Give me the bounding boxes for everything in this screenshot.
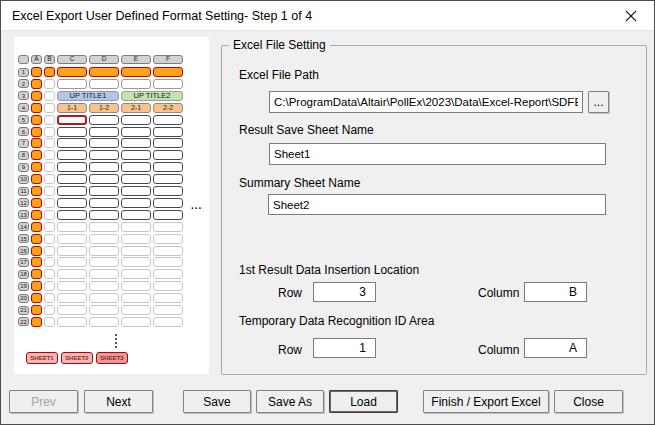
cell-D11[interactable]	[89, 186, 119, 196]
cell-B4[interactable]	[44, 103, 55, 113]
row-header-20[interactable]: 20	[18, 294, 29, 303]
column-header-D[interactable]: D	[89, 55, 119, 64]
cell-A10[interactable]	[31, 174, 42, 184]
cell-B20[interactable]	[44, 293, 55, 303]
cell-C14[interactable]	[57, 222, 87, 232]
cell-F9[interactable]	[153, 162, 183, 172]
cell-C21[interactable]	[57, 305, 87, 315]
cell-B6[interactable]	[44, 127, 55, 137]
cell-D15[interactable]	[89, 234, 119, 244]
cell-D8[interactable]	[89, 150, 119, 160]
cell-D1[interactable]	[89, 67, 119, 77]
cell-B1[interactable]	[44, 67, 55, 77]
cell-A14[interactable]	[31, 222, 42, 232]
cell-D7[interactable]	[89, 138, 119, 148]
cell-A12[interactable]	[31, 198, 42, 208]
cell-E13[interactable]	[121, 210, 151, 220]
cell-E12[interactable]	[121, 198, 151, 208]
cell-B3[interactable]	[44, 91, 55, 101]
cell-E22[interactable]	[121, 317, 151, 327]
cell-F8[interactable]	[153, 150, 183, 160]
load-button[interactable]: Load	[329, 390, 398, 413]
cell-A3[interactable]	[31, 91, 42, 101]
sub-title-cell-2-2[interactable]: 2-2	[153, 103, 183, 113]
cell-B2[interactable]	[44, 79, 55, 89]
row-header-7[interactable]: 7	[18, 139, 29, 148]
cell-C11[interactable]	[57, 186, 87, 196]
cell-E19[interactable]	[121, 281, 151, 291]
corner-header-cell[interactable]	[18, 55, 29, 64]
cell-D18[interactable]	[89, 269, 119, 279]
up-title1-cell[interactable]: UP TITLE1	[57, 91, 119, 101]
column-header-B[interactable]: B	[44, 55, 55, 64]
row-header-22[interactable]: 22	[18, 317, 29, 326]
cell-B8[interactable]	[44, 150, 55, 160]
row-header-15[interactable]: 15	[18, 234, 29, 243]
cell-C12[interactable]	[57, 198, 87, 208]
sheet-tab-sheet2[interactable]: SHEET2	[61, 352, 93, 364]
cell-F2[interactable]	[153, 79, 183, 89]
sheet-tab-sheet3[interactable]: SHEET3	[96, 352, 128, 364]
cell-F16[interactable]	[153, 246, 183, 256]
cell-D16[interactable]	[89, 246, 119, 256]
cell-D14[interactable]	[89, 222, 119, 232]
browse-button[interactable]: ...	[588, 91, 609, 113]
cell-F7[interactable]	[153, 138, 183, 148]
cell-E18[interactable]	[121, 269, 151, 279]
save-as-button[interactable]: Save As	[256, 390, 324, 413]
prev-button[interactable]: Prev	[9, 390, 78, 413]
row-header-1[interactable]: 1	[18, 68, 29, 77]
cell-F18[interactable]	[153, 269, 183, 279]
cell-E9[interactable]	[121, 162, 151, 172]
excel-file-path-input[interactable]	[269, 91, 583, 113]
row-header-13[interactable]: 13	[18, 210, 29, 219]
insertion-row-input[interactable]	[313, 282, 376, 302]
row-header-17[interactable]: 17	[18, 258, 29, 267]
row-header-6[interactable]: 6	[18, 127, 29, 136]
cell-B15[interactable]	[44, 234, 55, 244]
result-sheet-input[interactable]	[269, 143, 606, 165]
row-header-19[interactable]: 19	[18, 282, 29, 291]
cell-F17[interactable]	[153, 257, 183, 267]
cell-C18[interactable]	[57, 269, 87, 279]
cell-A5[interactable]	[31, 115, 42, 125]
cell-A2[interactable]	[31, 79, 42, 89]
cell-B19[interactable]	[44, 281, 55, 291]
sheet-tab-sheet1[interactable]: SHEET1	[26, 352, 58, 364]
cell-B18[interactable]	[44, 269, 55, 279]
cell-C13[interactable]	[57, 210, 87, 220]
cell-F19[interactable]	[153, 281, 183, 291]
row-header-21[interactable]: 21	[18, 306, 29, 315]
cell-F15[interactable]	[153, 234, 183, 244]
finish-export-button[interactable]: Finish / Export Excel	[423, 390, 549, 413]
cell-C16[interactable]	[57, 246, 87, 256]
cell-B13[interactable]	[44, 210, 55, 220]
cell-D13[interactable]	[89, 210, 119, 220]
cell-C10[interactable]	[57, 174, 87, 184]
row-header-5[interactable]: 5	[18, 115, 29, 124]
sub-title-cell-1-1[interactable]: 1-1	[57, 103, 87, 113]
cell-F14[interactable]	[153, 222, 183, 232]
row-header-18[interactable]: 18	[18, 270, 29, 279]
sub-title-cell-2-1[interactable]: 2-1	[121, 103, 151, 113]
cell-E17[interactable]	[121, 257, 151, 267]
row-header-11[interactable]: 11	[18, 187, 29, 196]
row-header-10[interactable]: 10	[18, 175, 29, 184]
cell-E10[interactable]	[121, 174, 151, 184]
summary-sheet-input[interactable]	[268, 194, 606, 215]
cell-B14[interactable]	[44, 222, 55, 232]
cell-D12[interactable]	[89, 198, 119, 208]
cell-A19[interactable]	[31, 281, 42, 291]
cell-F5[interactable]	[153, 115, 183, 125]
save-button[interactable]: Save	[183, 390, 251, 413]
cell-B21[interactable]	[44, 305, 55, 315]
cell-F20[interactable]	[153, 293, 183, 303]
cell-A9[interactable]	[31, 162, 42, 172]
cell-E14[interactable]	[121, 222, 151, 232]
row-header-3[interactable]: 3	[18, 91, 29, 100]
row-header-9[interactable]: 9	[18, 163, 29, 172]
cell-F11[interactable]	[153, 186, 183, 196]
cell-C19[interactable]	[57, 281, 87, 291]
cell-C1[interactable]	[57, 67, 87, 77]
cell-B17[interactable]	[44, 257, 55, 267]
